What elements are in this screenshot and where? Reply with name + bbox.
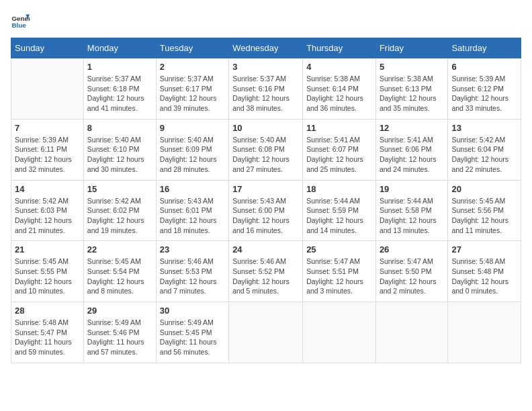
table-row: 25 Sunrise: 5:47 AMSunset: 5:51 PMDaylig…	[303, 241, 376, 302]
day-detail: Sunrise: 5:39 AMSunset: 6:12 PMDaylight:…	[451, 74, 517, 113]
week-row-3: 14 Sunrise: 5:42 AMSunset: 6:03 PMDaylig…	[11, 180, 521, 241]
svg-text:Blue: Blue	[11, 21, 26, 29]
day-detail: Sunrise: 5:40 AMSunset: 6:09 PMDaylight:…	[160, 135, 225, 175]
table-row: 19 Sunrise: 5:44 AMSunset: 5:58 PMDaylig…	[375, 180, 448, 241]
header-monday: Monday	[83, 38, 156, 58]
table-row: 6 Sunrise: 5:39 AMSunset: 6:12 PMDayligh…	[448, 58, 521, 120]
day-detail: Sunrise: 5:47 AMSunset: 5:50 PMDaylight:…	[380, 257, 445, 296]
day-number: 11	[306, 123, 372, 133]
week-row-4: 21 Sunrise: 5:45 AMSunset: 5:55 PMDaylig…	[11, 241, 521, 302]
table-row: 2 Sunrise: 5:37 AMSunset: 6:17 PMDayligh…	[156, 58, 228, 120]
table-row: 8 Sunrise: 5:40 AMSunset: 6:10 PMDayligh…	[83, 119, 156, 180]
table-row: 3 Sunrise: 5:37 AMSunset: 6:16 PMDayligh…	[229, 58, 303, 120]
day-number: 2	[160, 62, 225, 72]
day-detail: Sunrise: 5:46 AMSunset: 5:53 PMDaylight:…	[160, 257, 225, 296]
day-number: 30	[160, 306, 225, 316]
day-number: 8	[87, 123, 152, 133]
table-row: 4 Sunrise: 5:38 AMSunset: 6:14 PMDayligh…	[303, 58, 376, 120]
table-row: 30 Sunrise: 5:49 AMSunset: 5:45 PMDaylig…	[156, 302, 228, 363]
header-tuesday: Tuesday	[156, 38, 228, 58]
table-row: 11 Sunrise: 5:41 AMSunset: 6:07 PMDaylig…	[303, 119, 376, 180]
logo: General Blue	[11, 11, 30, 30]
table-row: 18 Sunrise: 5:44 AMSunset: 5:59 PMDaylig…	[303, 180, 376, 241]
day-number: 17	[232, 184, 299, 194]
day-number: 13	[451, 123, 517, 133]
day-number: 29	[87, 306, 152, 316]
day-number: 9	[160, 123, 225, 133]
table-row: 24 Sunrise: 5:46 AMSunset: 5:52 PMDaylig…	[229, 241, 303, 302]
header-friday: Friday	[375, 38, 448, 58]
table-row: 9 Sunrise: 5:40 AMSunset: 6:09 PMDayligh…	[156, 119, 228, 180]
day-number: 24	[232, 244, 299, 255]
weekday-header-row: SundayMondayTuesdayWednesdayThursdayFrid…	[11, 38, 521, 58]
table-row: 5 Sunrise: 5:38 AMSunset: 6:13 PMDayligh…	[375, 58, 448, 120]
day-detail: Sunrise: 5:45 AMSunset: 5:55 PMDaylight:…	[15, 257, 80, 296]
header-wednesday: Wednesday	[229, 38, 303, 58]
day-number: 20	[451, 184, 517, 194]
day-detail: Sunrise: 5:43 AMSunset: 6:01 PMDaylight:…	[160, 196, 225, 236]
day-detail: Sunrise: 5:42 AMSunset: 6:04 PMDaylight:…	[451, 135, 517, 175]
day-detail: Sunrise: 5:38 AMSunset: 6:14 PMDaylight:…	[306, 74, 372, 113]
table-row	[375, 302, 448, 363]
day-detail: Sunrise: 5:48 AMSunset: 5:47 PMDaylight:…	[15, 318, 80, 357]
day-number: 22	[87, 244, 152, 255]
day-detail: Sunrise: 5:44 AMSunset: 5:58 PMDaylight:…	[380, 196, 445, 236]
day-number: 5	[380, 62, 445, 72]
day-number: 4	[306, 62, 372, 72]
day-detail: Sunrise: 5:37 AMSunset: 6:18 PMDaylight:…	[87, 74, 152, 113]
week-row-5: 28 Sunrise: 5:48 AMSunset: 5:47 PMDaylig…	[11, 302, 521, 363]
day-detail: Sunrise: 5:41 AMSunset: 6:06 PMDaylight:…	[380, 135, 445, 175]
page-header: General Blue	[11, 11, 521, 30]
day-number: 14	[15, 184, 80, 194]
day-detail: Sunrise: 5:42 AMSunset: 6:03 PMDaylight:…	[15, 196, 80, 236]
day-number: 27	[451, 244, 517, 255]
day-detail: Sunrise: 5:49 AMSunset: 5:46 PMDaylight:…	[87, 318, 152, 357]
table-row: 28 Sunrise: 5:48 AMSunset: 5:47 PMDaylig…	[11, 302, 84, 363]
day-detail: Sunrise: 5:48 AMSunset: 5:48 PMDaylight:…	[451, 257, 517, 296]
table-row: 20 Sunrise: 5:45 AMSunset: 5:56 PMDaylig…	[448, 180, 521, 241]
table-row: 29 Sunrise: 5:49 AMSunset: 5:46 PMDaylig…	[83, 302, 156, 363]
day-detail: Sunrise: 5:40 AMSunset: 6:10 PMDaylight:…	[87, 135, 152, 175]
day-detail: Sunrise: 5:45 AMSunset: 5:56 PMDaylight:…	[451, 196, 517, 236]
day-number: 7	[15, 123, 80, 133]
day-number: 26	[380, 244, 445, 255]
day-detail: Sunrise: 5:37 AMSunset: 6:17 PMDaylight:…	[160, 74, 225, 113]
day-number: 18	[306, 184, 372, 194]
day-detail: Sunrise: 5:47 AMSunset: 5:51 PMDaylight:…	[306, 257, 372, 296]
table-row: 13 Sunrise: 5:42 AMSunset: 6:04 PMDaylig…	[448, 119, 521, 180]
day-detail: Sunrise: 5:44 AMSunset: 5:59 PMDaylight:…	[306, 196, 372, 236]
day-detail: Sunrise: 5:39 AMSunset: 6:11 PMDaylight:…	[15, 135, 80, 175]
day-number: 28	[15, 306, 80, 316]
table-row: 15 Sunrise: 5:42 AMSunset: 6:02 PMDaylig…	[83, 180, 156, 241]
day-detail: Sunrise: 5:42 AMSunset: 6:02 PMDaylight:…	[87, 196, 152, 236]
table-row: 23 Sunrise: 5:46 AMSunset: 5:53 PMDaylig…	[156, 241, 228, 302]
table-row	[303, 302, 376, 363]
day-number: 21	[15, 244, 80, 255]
table-row: 14 Sunrise: 5:42 AMSunset: 6:03 PMDaylig…	[11, 180, 84, 241]
table-row: 7 Sunrise: 5:39 AMSunset: 6:11 PMDayligh…	[11, 119, 84, 180]
table-row: 26 Sunrise: 5:47 AMSunset: 5:50 PMDaylig…	[375, 241, 448, 302]
day-number: 3	[232, 62, 299, 72]
week-row-2: 7 Sunrise: 5:39 AMSunset: 6:11 PMDayligh…	[11, 119, 521, 180]
calendar-table: SundayMondayTuesdayWednesdayThursdayFrid…	[11, 38, 521, 363]
week-row-1: 1 Sunrise: 5:37 AMSunset: 6:18 PMDayligh…	[11, 58, 521, 120]
day-number: 19	[380, 184, 445, 194]
day-detail: Sunrise: 5:45 AMSunset: 5:54 PMDaylight:…	[87, 257, 152, 296]
day-detail: Sunrise: 5:46 AMSunset: 5:52 PMDaylight:…	[232, 257, 299, 296]
header-thursday: Thursday	[303, 38, 376, 58]
logo-icon: General Blue	[11, 11, 30, 30]
table-row	[229, 302, 303, 363]
day-number: 16	[160, 184, 225, 194]
day-detail: Sunrise: 5:37 AMSunset: 6:16 PMDaylight:…	[232, 74, 299, 113]
day-number: 23	[160, 244, 225, 255]
day-number: 10	[232, 123, 299, 133]
table-row: 21 Sunrise: 5:45 AMSunset: 5:55 PMDaylig…	[11, 241, 84, 302]
table-row: 1 Sunrise: 5:37 AMSunset: 6:18 PMDayligh…	[83, 58, 156, 120]
day-number: 25	[306, 244, 372, 255]
day-detail: Sunrise: 5:41 AMSunset: 6:07 PMDaylight:…	[306, 135, 372, 175]
table-row: 27 Sunrise: 5:48 AMSunset: 5:48 PMDaylig…	[448, 241, 521, 302]
day-detail: Sunrise: 5:43 AMSunset: 6:00 PMDaylight:…	[232, 196, 299, 236]
header-saturday: Saturday	[448, 38, 521, 58]
header-sunday: Sunday	[11, 38, 84, 58]
table-row: 10 Sunrise: 5:40 AMSunset: 6:08 PMDaylig…	[229, 119, 303, 180]
